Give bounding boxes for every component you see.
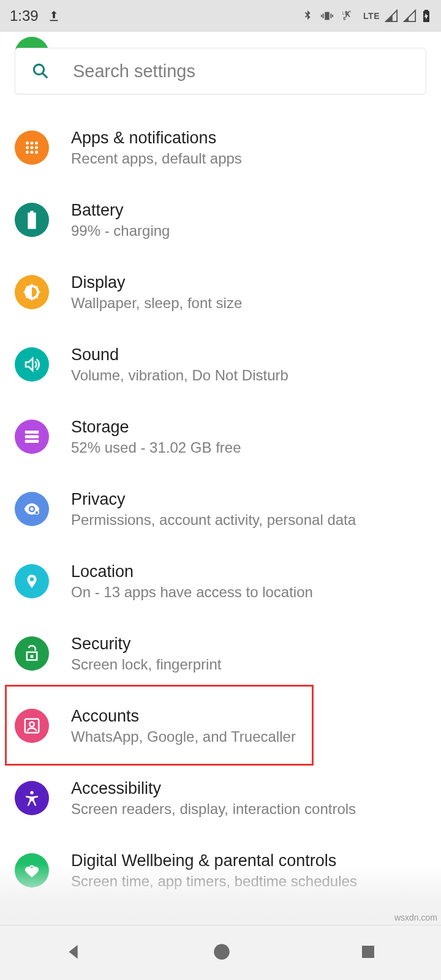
svg-text:LTE: LTE	[342, 11, 349, 15]
status-right: LTE LTE	[301, 9, 431, 23]
settings-item-text: Storage52% used - 31.02 GB free	[71, 418, 241, 456]
settings-item-subtitle: Screen lock, fingerprint	[71, 656, 221, 673]
settings-item-text: SoundVolume, vibration, Do Not Disturb	[71, 345, 288, 384]
settings-item-location[interactable]: LocationOn - 13 apps have access to loca…	[0, 545, 441, 617]
settings-item-title: Digital Wellbeing & parental controls	[71, 851, 357, 870]
search-placeholder: Search settings	[73, 61, 195, 81]
status-left: 1:39	[10, 7, 61, 24]
security-icon	[15, 636, 49, 671]
settings-item-title: Apps & notifications	[71, 129, 242, 148]
search-settings[interactable]: Search settings	[15, 48, 426, 94]
status-bar: 1:39 LTE LTE	[0, 0, 441, 32]
search-icon	[31, 62, 50, 80]
svg-point-12	[35, 151, 38, 154]
svg-point-9	[35, 146, 38, 149]
bluetooth-icon	[301, 9, 314, 23]
settings-item-subtitle: Volume, vibration, Do Not Disturb	[71, 367, 288, 384]
nav-recent-button[interactable]	[359, 943, 377, 963]
settings-item-apps[interactable]: Apps & notificationsRecent apps, default…	[0, 111, 441, 184]
nav-back-button[interactable]	[64, 941, 85, 965]
svg-rect-13	[25, 431, 39, 434]
settings-item-text: Apps & notificationsRecent apps, default…	[71, 129, 242, 167]
storage-icon	[15, 420, 49, 454]
settings-item-title: Location	[71, 562, 313, 581]
settings-list: Apps & notificationsRecent apps, default…	[0, 32, 441, 925]
sound-icon	[15, 347, 49, 382]
settings-item-title: Storage	[71, 418, 241, 437]
volte-icon: LTE	[340, 9, 358, 23]
svg-rect-18	[36, 511, 38, 514]
upload-icon	[47, 9, 61, 23]
settings-item-title: Battery	[71, 201, 170, 220]
settings-item-text: LocationOn - 13 apps have access to loca…	[71, 562, 313, 601]
settings-item-subtitle: Screen time, app timers, bedtime schedul…	[71, 873, 357, 890]
svg-point-11	[31, 151, 34, 154]
svg-point-5	[31, 141, 34, 145]
settings-item-title: Display	[71, 273, 242, 292]
battery-icon	[421, 9, 431, 23]
settings-item-subtitle: 52% used - 31.02 GB free	[71, 439, 241, 456]
settings-item-title: Accessibility	[71, 779, 356, 798]
privacy-icon	[15, 492, 49, 526]
settings-item-title: Sound	[71, 345, 288, 364]
wellbeing-icon	[15, 853, 49, 888]
settings-item-title: Privacy	[71, 490, 356, 509]
svg-point-8	[31, 146, 34, 149]
battery-icon	[15, 203, 49, 237]
settings-item-subtitle: Permissions, account activity, personal …	[71, 511, 356, 529]
settings-item-subtitle: Wallpaper, sleep, font size	[71, 295, 242, 312]
svg-point-21	[29, 722, 34, 727]
settings-item-wellbeing[interactable]: Digital Wellbeing & parental controlsScr…	[0, 834, 441, 907]
settings-item-google[interactable]: GoogleServices & preferences	[0, 907, 441, 925]
settings-item-text: Battery99% - charging	[71, 201, 170, 239]
settings-item-title: Security	[71, 635, 221, 654]
settings-item-text: AccessibilityScreen readers, display, in…	[71, 779, 356, 818]
svg-point-10	[26, 151, 29, 154]
location-icon	[15, 564, 49, 598]
settings-item-text: SecurityScreen lock, fingerprint	[71, 635, 221, 673]
svg-point-2	[34, 64, 43, 74]
settings-item-text: DisplayWallpaper, sleep, font size	[71, 273, 242, 312]
accessibility-icon	[15, 781, 49, 815]
settings-item-display[interactable]: DisplayWallpaper, sleep, font size	[0, 256, 441, 328]
vibrate-icon	[319, 9, 335, 23]
settings-item-security[interactable]: SecurityScreen lock, fingerprint	[0, 617, 441, 690]
settings-item-subtitle: 99% - charging	[71, 222, 170, 239]
accounts-icon	[15, 709, 49, 743]
settings-item-battery[interactable]: Battery99% - charging	[0, 184, 441, 256]
svg-point-22	[30, 791, 34, 795]
watermark: wsxdn.com	[394, 913, 437, 922]
settings-item-privacy[interactable]: PrivacyPermissions, account activity, pe…	[0, 473, 441, 545]
settings-item-text: Digital Wellbeing & parental controlsScr…	[71, 851, 357, 890]
nav-home-button[interactable]	[211, 941, 232, 965]
svg-point-4	[26, 141, 29, 145]
svg-rect-14	[25, 435, 39, 439]
svg-point-16	[30, 507, 33, 510]
settings-item-subtitle: Screen readers, display, interaction con…	[71, 801, 356, 818]
display-icon	[15, 275, 49, 309]
svg-point-6	[35, 141, 38, 145]
settings-item-subtitle: On - 13 apps have access to location	[71, 584, 313, 601]
status-time: 1:39	[10, 7, 39, 24]
signal-icon-2	[403, 9, 417, 23]
svg-rect-26	[362, 946, 374, 958]
apps-icon	[15, 130, 49, 165]
settings-item-accessibility[interactable]: AccessibilityScreen readers, display, in…	[0, 762, 441, 834]
svg-rect-15	[25, 440, 39, 443]
svg-point-7	[26, 146, 29, 149]
settings-item-sound[interactable]: SoundVolume, vibration, Do Not Disturb	[0, 328, 441, 401]
svg-point-25	[214, 944, 230, 960]
settings-item-subtitle: Recent apps, default apps	[71, 150, 242, 167]
settings-item-title: Accounts	[71, 707, 296, 726]
settings-item-accounts[interactable]: AccountsWhatsApp, Google, and Truecaller	[0, 690, 441, 762]
settings-item-subtitle: WhatsApp, Google, and Truecaller	[71, 728, 296, 745]
settings-item-text: AccountsWhatsApp, Google, and Truecaller	[71, 707, 296, 745]
svg-line-3	[43, 74, 48, 78]
settings-item-text: PrivacyPermissions, account activity, pe…	[71, 490, 356, 529]
settings-item-storage[interactable]: Storage52% used - 31.02 GB free	[0, 401, 441, 473]
svg-rect-19	[31, 655, 34, 658]
navigation-bar	[0, 925, 441, 980]
lte-label: LTE	[363, 11, 380, 21]
signal-icon-1	[385, 9, 398, 23]
